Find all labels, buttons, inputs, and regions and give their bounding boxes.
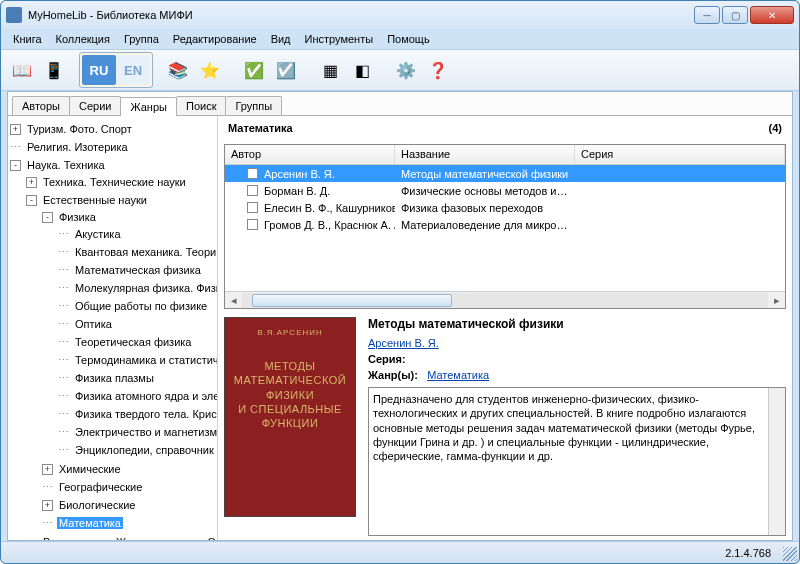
book-list: Автор Название Серия Арсенин В. Я.Методы… <box>224 144 786 309</box>
maximize-button[interactable]: ▢ <box>722 6 748 24</box>
tree-item[interactable]: Техника. Технические науки <box>41 176 188 188</box>
tree-item[interactable]: Физика твердого тела. Крис <box>73 408 218 420</box>
titlebar[interactable]: MyHomeLib - Библиотека МИФИ ─ ▢ ✕ <box>1 1 799 29</box>
checkbox[interactable] <box>247 168 258 179</box>
tree-item[interactable]: Физика <box>57 211 98 223</box>
add-star-icon[interactable]: ⭐ <box>195 55 225 85</box>
uncheck-icon[interactable]: ☑️ <box>271 55 301 85</box>
tree-item[interactable]: Естественные науки <box>41 194 149 206</box>
tree-item[interactable]: Оптика <box>73 318 114 330</box>
book-description: Предназначено для студентов инженерно-фи… <box>368 387 786 536</box>
col-series[interactable]: Серия <box>575 145 785 164</box>
tree-item[interactable]: Наука. Техника <box>25 159 107 171</box>
statusbar: 2.1.4.768 <box>1 541 799 563</box>
table-row[interactable]: Елесин В. Ф., Кашурников ...Физика фазов… <box>225 199 785 216</box>
menu-book[interactable]: Книга <box>7 31 48 47</box>
app-icon <box>6 7 22 23</box>
tree-item[interactable]: Физика атомного ядра и эле <box>73 390 218 402</box>
version-label: 2.1.4.768 <box>725 547 771 559</box>
tree-item[interactable]: Акустика <box>73 228 123 240</box>
table-row[interactable]: Громов Д. В., Краснюк А. А.Материаловеде… <box>225 216 785 233</box>
book-icon[interactable]: 📖 <box>7 55 37 85</box>
hscrollbar[interactable]: ◂▸ <box>225 291 785 308</box>
detail-panel: В.Я.АРСЕНИН МЕТОДЫ МАТЕМАТИЧЕСКОЙ ФИЗИКИ… <box>224 317 786 536</box>
tree-item[interactable]: Электричество и магнетизм <box>73 426 218 438</box>
help-icon[interactable]: ❓ <box>423 55 453 85</box>
check-icon[interactable]: ✅ <box>239 55 269 85</box>
resize-grip[interactable] <box>783 547 797 561</box>
genre-link[interactable]: Математика <box>427 369 489 381</box>
content: Авторы Серии Жанры Поиск Группы +Туризм.… <box>7 91 793 541</box>
close-button[interactable]: ✕ <box>750 6 794 24</box>
tree-item[interactable]: Теоретическая физика <box>73 336 193 348</box>
menu-help[interactable]: Помощь <box>381 31 436 47</box>
menu-group[interactable]: Группа <box>118 31 165 47</box>
tree-item[interactable]: Физика плазмы <box>73 372 156 384</box>
device-icon[interactable]: 📱 <box>39 55 69 85</box>
tree-item[interactable]: Туризм. Фото. Спорт <box>25 123 134 135</box>
tab-series[interactable]: Серии <box>69 96 121 115</box>
tab-groups[interactable]: Группы <box>225 96 282 115</box>
grid-icon[interactable]: ▦ <box>315 55 345 85</box>
tree-item[interactable]: Математическая физика <box>73 264 203 276</box>
vscrollbar[interactable] <box>768 388 785 535</box>
genre-count: (4) <box>769 122 782 134</box>
table-row[interactable]: Арсенин В. Я.Методы математической физик… <box>225 165 785 182</box>
series-label: Серия: <box>368 353 406 365</box>
menu-view[interactable]: Вид <box>265 31 297 47</box>
toolbar: 📖 📱 RU EN 📚 ⭐ ✅ ☑️ ▦ ◧ ⚙️ ❓ <box>1 49 799 91</box>
genre-heading: Математика <box>228 122 293 134</box>
col-author[interactable]: Автор <box>225 145 395 164</box>
collapse-icon[interactable]: - <box>10 160 21 171</box>
tree-item[interactable]: Общие работы по физике <box>73 300 209 312</box>
menubar: Книга Коллекция Группа Редактирование Ви… <box>1 29 799 49</box>
tree-item[interactable]: Молекулярная физика. Физи <box>73 282 218 294</box>
tree-item[interactable]: Химические <box>57 463 123 475</box>
genre-tree[interactable]: +Туризм. Фото. Спорт ⋯Религия. Изотерика… <box>8 116 218 540</box>
checkbox[interactable] <box>247 219 258 230</box>
tabs: Авторы Серии Жанры Поиск Группы <box>8 92 792 116</box>
book-cover: В.Я.АРСЕНИН МЕТОДЫ МАТЕМАТИЧЕСКОЙ ФИЗИКИ… <box>224 317 356 517</box>
tab-search[interactable]: Поиск <box>176 96 226 115</box>
expand-icon[interactable]: + <box>10 124 21 135</box>
books-icon[interactable]: 📚 <box>163 55 193 85</box>
lang-group: RU EN <box>79 52 153 88</box>
tree-item[interactable]: Энциклопедии, справочник <box>73 444 216 456</box>
minimize-button[interactable]: ─ <box>694 6 720 24</box>
author-link[interactable]: Арсенин В. Я. <box>368 337 439 349</box>
checkbox[interactable] <box>247 202 258 213</box>
lang-ru-button[interactable]: RU <box>82 55 116 85</box>
main-panel: Математика (4) Автор Название Серия Арсе… <box>218 116 792 540</box>
layout-icon[interactable]: ◧ <box>347 55 377 85</box>
tree-item[interactable]: Географические <box>57 481 144 493</box>
lang-en-button[interactable]: EN <box>116 55 150 85</box>
genre-label: Жанр(ы): <box>368 369 418 381</box>
tree-item[interactable]: Ветеринария. Животноводство. Се <box>41 536 218 540</box>
window-title: MyHomeLib - Библиотека МИФИ <box>28 9 694 21</box>
menu-collection[interactable]: Коллекция <box>50 31 116 47</box>
tab-authors[interactable]: Авторы <box>12 96 70 115</box>
app-window: MyHomeLib - Библиотека МИФИ ─ ▢ ✕ Книга … <box>0 0 800 564</box>
tree-item-selected[interactable]: Математика <box>57 517 123 529</box>
table-row[interactable]: Борман В. Д.Физические основы методов ис… <box>225 182 785 199</box>
tab-genres[interactable]: Жанры <box>120 97 177 116</box>
checkbox[interactable] <box>247 185 258 196</box>
menu-tools[interactable]: Инструменты <box>299 31 380 47</box>
tree-item[interactable]: Квантовая механика. Теори <box>73 246 218 258</box>
tree-item[interactable]: Биологические <box>57 499 137 511</box>
tree-item[interactable]: Термодинамика и статистич <box>73 354 218 366</box>
col-title[interactable]: Название <box>395 145 575 164</box>
menu-edit[interactable]: Редактирование <box>167 31 263 47</box>
gear-icon[interactable]: ⚙️ <box>391 55 421 85</box>
book-title: Методы математической физики <box>368 317 786 331</box>
tree-item[interactable]: Религия. Изотерика <box>25 141 130 153</box>
